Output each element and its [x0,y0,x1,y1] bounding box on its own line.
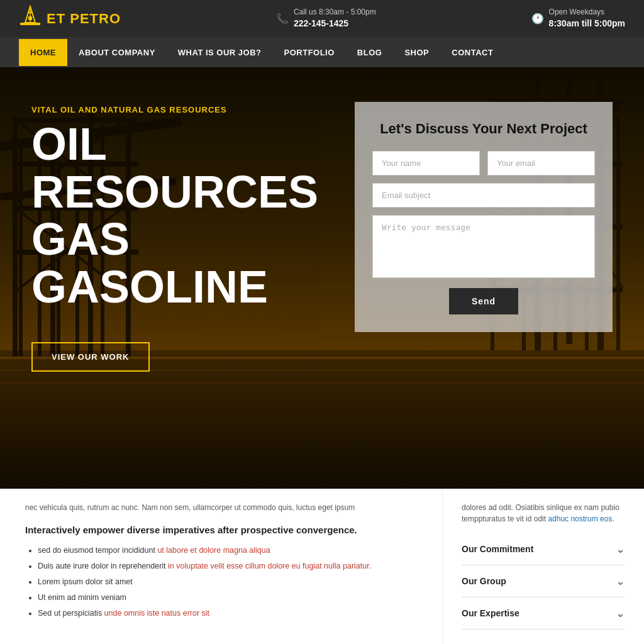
list-item: sed do eiusmod tempor incididunt ut labo… [38,543,417,558]
svg-rect-4 [28,16,32,20]
hours-info: 🕐 Open Weekdays 8:30am till 5:00pm [531,7,625,30]
nav-item-about[interactable]: ABOUT COMPANY [67,39,167,66]
accordion: Our Commitment ⌄ Our Group ⌄ Our Experti… [462,533,625,630]
list-item: Sed ut perspiciatis unde omnis iste natu… [38,606,417,621]
bottom-left: nec vehicula quis, rutrum ac nunc. Nam n… [0,489,443,644]
contact-form: Let's Discuss Your Next Project Send [355,102,613,332]
form-title: Let's Discuss Your Next Project [372,121,595,137]
hours-label: Open Weekdays [549,7,625,18]
list-item: Lorem ipsum dolor sit amet [38,574,417,590]
hero-title: OIL RESOURCES GAS GASOLINE [31,121,330,311]
clock-icon: 🕐 [531,13,544,25]
logo-icon [19,5,42,32]
list-link[interactable]: unde omnis iste natus error sit [104,609,209,618]
view-work-button[interactable]: VIEW OUR WORK [31,342,150,372]
accordion-title: Our Expertise [462,608,519,618]
nav-bar: HOME ABOUT COMPANY WHAT IS OUR JOB? PORT… [0,37,644,67]
list-link[interactable]: in voluptate velit esse cillum dolore eu… [168,562,371,570]
list-item: Duis aute irure dolor in reprehenderit i… [38,558,417,574]
accordion-arrow: ⌄ [616,574,625,588]
accordion-arrow: ⌄ [616,542,625,556]
hero-content: VITAL OIL AND NATURAL GAS RESOURCES OIL … [0,67,644,489]
nav-item-blog[interactable]: BLOG [346,39,394,66]
nav-item-shop[interactable]: SHOP [393,39,440,66]
nav-item-contact[interactable]: CONTACT [440,39,504,66]
hero-section: VITAL OIL AND NATURAL GAS RESOURCES OIL … [0,67,644,489]
message-textarea[interactable] [372,215,595,278]
bottom-section: nec vehicula quis, rutrum ac nunc. Nam n… [0,489,644,644]
accordion-title: Our Group [462,576,506,586]
nav-item-job[interactable]: WHAT IS OUR JOB? [167,39,273,66]
phone-icon: 📞 [276,13,289,25]
bullet-list: sed do eiusmod tempor incididunt ut labo… [25,543,417,621]
hero-left: VITAL OIL AND NATURAL GAS RESOURCES OIL … [31,92,330,372]
accordion-expertise[interactable]: Our Expertise ⌄ [462,597,625,630]
contact-info: 📞 Call us 8:30am - 5:00pm 222-145-1425 [276,7,376,30]
hours-value: 8:30am till 5:00pm [549,18,625,30]
bottom-right: dolores ad odit. Osiatibis sinlique ex n… [443,489,644,644]
accordion-title: Our Commitment [462,544,533,554]
right-intro-text: dolores ad odit. Osiatibis sinlique ex n… [462,502,625,525]
logo[interactable]: ET PETRO [19,5,121,32]
intro-heading: Interactively empower diverse imperative… [25,525,417,535]
contact-label: Call us 8:30am - 5:00pm [294,7,376,18]
accordion-group[interactable]: Our Group ⌄ [462,565,625,597]
brand-name: ET PETRO [47,11,121,27]
name-input[interactable] [372,151,480,175]
nav-item-portfolio[interactable]: PORTFOLIO [273,39,346,66]
top-bar: ET PETRO 📞 Call us 8:30am - 5:00pm 222-1… [0,0,644,37]
list-link[interactable]: ut labore et dolore magna aliqua [157,546,270,555]
accordion-commitment[interactable]: Our Commitment ⌄ [462,533,625,565]
email-input[interactable] [487,151,595,175]
form-name-email-row [372,151,595,175]
hero-tagline: VITAL OIL AND NATURAL GAS RESOURCES [31,105,330,114]
list-item: Ut enim ad minim veniam [38,590,417,606]
contact-number: 222-145-1425 [294,18,376,30]
right-intro-link[interactable]: adhuc nostrum eos. [548,514,614,523]
send-button[interactable]: Send [449,288,518,314]
nav-item-home[interactable]: HOME [19,39,67,66]
lorem-text: nec vehicula quis, rutrum ac nunc. Nam n… [25,502,417,513]
accordion-arrow: ⌄ [616,606,625,620]
subject-input[interactable] [372,183,595,208]
